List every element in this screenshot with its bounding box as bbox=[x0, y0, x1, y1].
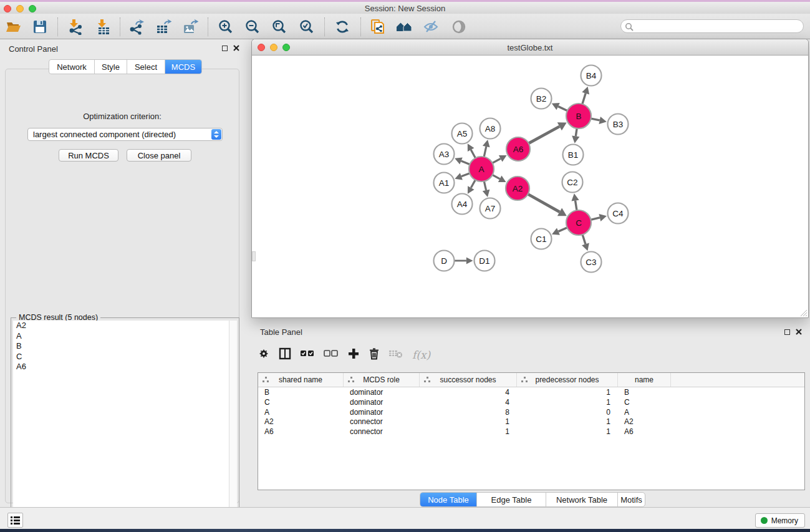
memory-button[interactable]: Memory bbox=[755, 513, 805, 528]
table-cell: dominator bbox=[344, 397, 420, 407]
edge-A-A8[interactable] bbox=[484, 147, 486, 157]
column-header-name[interactable]: name bbox=[618, 373, 671, 387]
network-canvas[interactable]: AA6A2BCA1A3A4A5A7A8B1B2B3B4C1C2C3C4DD1 bbox=[252, 56, 808, 317]
function-builder-icon[interactable]: f(x) bbox=[412, 349, 430, 361]
edge-B-B3[interactable] bbox=[591, 118, 600, 120]
import-table-icon[interactable] bbox=[95, 19, 112, 35]
export-table-icon[interactable] bbox=[155, 19, 171, 35]
tab-network-table[interactable]: Network Table bbox=[546, 493, 618, 506]
mcds-result-item[interactable]: B bbox=[13, 341, 229, 352]
show-eye-icon[interactable] bbox=[451, 19, 467, 35]
select-all-icon[interactable] bbox=[300, 347, 315, 362]
canvas-left-grip[interactable] bbox=[252, 251, 256, 261]
table-row[interactable]: Bdominator41B bbox=[258, 387, 804, 397]
tab-mcds[interactable]: MCDS bbox=[165, 60, 201, 74]
zoom-in-icon[interactable] bbox=[218, 19, 234, 35]
zoom-selected-icon[interactable] bbox=[299, 19, 315, 35]
edge-A2-C[interactable] bbox=[528, 194, 560, 212]
search-input[interactable] bbox=[636, 21, 801, 33]
float-panel-icon[interactable] bbox=[222, 46, 228, 51]
column-hierarchy-icon bbox=[424, 377, 430, 383]
add-column-icon[interactable] bbox=[347, 347, 360, 362]
edge-C-C2[interactable] bbox=[576, 201, 577, 211]
delete-table-icon[interactable] bbox=[388, 348, 403, 362]
cybrowser-icon[interactable] bbox=[370, 19, 386, 35]
result-scrollbar[interactable] bbox=[229, 321, 237, 523]
home-networks-icon[interactable] bbox=[396, 19, 412, 35]
tab-node-table[interactable]: Node Table bbox=[420, 493, 477, 506]
edge-C-C4[interactable] bbox=[590, 218, 599, 220]
edge-C-C3[interactable] bbox=[582, 234, 586, 244]
table-row[interactable]: A2connector11A2 bbox=[258, 417, 804, 427]
refresh-icon[interactable] bbox=[334, 19, 350, 35]
column-header-shared-name[interactable]: shared name bbox=[258, 373, 344, 387]
edge-A-A2[interactable] bbox=[492, 175, 500, 179]
column-header-successor-nodes[interactable]: successor nodes bbox=[420, 373, 517, 387]
mcds-result-item[interactable]: A2 bbox=[13, 321, 229, 331]
node-label-A7: A7 bbox=[485, 204, 496, 213]
save-session-icon[interactable] bbox=[32, 19, 48, 35]
close-panel-icon[interactable] bbox=[233, 45, 239, 51]
float-panel-icon[interactable] bbox=[784, 329, 790, 335]
edge-B-B4[interactable] bbox=[582, 94, 586, 105]
column-header-predecessor-nodes[interactable]: predecessor nodes bbox=[517, 373, 618, 387]
export-image-icon[interactable] bbox=[182, 19, 198, 35]
node-label-B1: B1 bbox=[568, 150, 579, 160]
table-row[interactable]: Adominator80A bbox=[258, 407, 804, 417]
run-mcds-button[interactable]: Run MCDS bbox=[59, 149, 118, 162]
edge-A-A6[interactable] bbox=[492, 158, 501, 163]
deselect-all-icon[interactable] bbox=[324, 347, 339, 362]
mcds-result-list[interactable]: A2ABCA6 bbox=[13, 321, 229, 523]
mcds-result-item[interactable]: A bbox=[13, 331, 229, 342]
zoom-out-icon[interactable] bbox=[244, 19, 261, 35]
task-history-button[interactable] bbox=[7, 513, 23, 528]
tab-edge-table[interactable]: Edge Table bbox=[477, 493, 546, 506]
tab-network[interactable]: Network bbox=[49, 60, 95, 74]
open-file-icon[interactable] bbox=[6, 19, 22, 35]
window-resize-grip[interactable] bbox=[798, 307, 807, 316]
hide-eye-icon[interactable] bbox=[423, 19, 439, 35]
network-window-titlebar[interactable]: testGlobe.txt bbox=[252, 39, 808, 56]
table-cell: 0 bbox=[517, 407, 618, 417]
edge-A-A1[interactable] bbox=[461, 173, 470, 177]
node-label-A3: A3 bbox=[439, 150, 450, 159]
edge-C-C1[interactable] bbox=[558, 228, 567, 232]
edge-A6-B[interactable] bbox=[528, 127, 560, 144]
node-table[interactable]: shared nameMCDS rolesuccessor nodesprede… bbox=[258, 372, 805, 490]
table-cell: 4 bbox=[420, 397, 517, 407]
column-header-MCDS-role[interactable]: MCDS role bbox=[344, 373, 420, 387]
close-panel-icon[interactable] bbox=[796, 329, 802, 335]
tab-select[interactable]: Select bbox=[127, 60, 165, 74]
criterion-select[interactable]: largest connected component (directed) bbox=[27, 128, 223, 141]
column-hierarchy-icon bbox=[521, 377, 528, 383]
table-row[interactable]: A6connector11A6 bbox=[258, 427, 804, 437]
zoom-fit-icon[interactable] bbox=[271, 19, 287, 35]
table-cell: dominator bbox=[344, 407, 420, 417]
mcds-result-item[interactable]: A6 bbox=[13, 362, 229, 372]
status-bar: Memory bbox=[0, 507, 810, 530]
table-cell: 1 bbox=[517, 387, 618, 397]
edge-A-A7[interactable] bbox=[484, 181, 486, 190]
column-layout-icon[interactable] bbox=[279, 347, 291, 362]
tab-style[interactable]: Style bbox=[95, 60, 127, 74]
edge-A-A3[interactable] bbox=[461, 161, 471, 165]
edge-B-B2[interactable] bbox=[558, 107, 568, 111]
tab-motifs[interactable]: Motifs bbox=[618, 493, 645, 506]
delete-column-icon[interactable] bbox=[369, 347, 380, 362]
mcds-result-item[interactable]: C bbox=[13, 352, 229, 362]
close-panel-button[interactable]: Close panel bbox=[127, 149, 191, 162]
node-label-B: B bbox=[576, 112, 581, 121]
edge-arrowhead bbox=[572, 136, 579, 143]
node-label-A4: A4 bbox=[457, 200, 468, 209]
table-row[interactable]: Cdominator41C bbox=[258, 397, 804, 407]
search-field[interactable] bbox=[620, 19, 804, 33]
table-tabs: Node Table Edge Table Network Table Moti… bbox=[420, 492, 645, 507]
main-titlebar[interactable]: Session: New Session bbox=[0, 2, 810, 14]
edge-A-A4[interactable] bbox=[471, 180, 475, 188]
export-network-icon[interactable] bbox=[128, 19, 145, 35]
import-network-icon[interactable] bbox=[67, 19, 84, 35]
node-label-A1: A1 bbox=[439, 178, 450, 188]
edge-A-A5[interactable] bbox=[471, 150, 476, 158]
main-toolbar bbox=[0, 14, 810, 39]
gear-icon[interactable] bbox=[258, 347, 270, 362]
